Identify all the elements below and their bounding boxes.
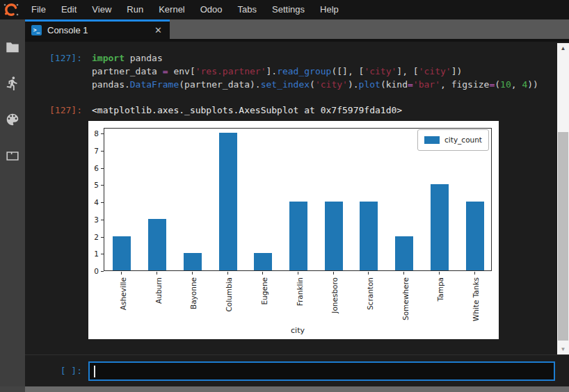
main-area: >_ Console 1 ✕ [127]: import pandaspartn… xyxy=(25,19,569,386)
x-tick-label-text: Tampa xyxy=(434,277,447,301)
menu-item-view[interactable]: View xyxy=(84,0,119,19)
y-tick-mark xyxy=(101,133,104,134)
console-input-area: [ ]: xyxy=(25,354,569,386)
scroll-up-arrow-icon[interactable]: ▲ xyxy=(557,43,569,54)
code-token-kw: import xyxy=(92,53,125,63)
x-tick-mark xyxy=(262,272,263,275)
code-line: partner_data = env['res.partner'].read_g… xyxy=(92,65,557,78)
y-tick-label: 0 xyxy=(88,266,99,276)
status-bar-right xyxy=(25,386,569,392)
x-tick-label: Franklin xyxy=(294,277,322,291)
scroll-down-arrow-icon[interactable]: ▼ xyxy=(557,344,569,354)
code-token-str: 'res.partner' xyxy=(195,66,266,76)
scrollbar-thumb[interactable] xyxy=(558,132,568,341)
y-tick-mark xyxy=(101,220,104,220)
code-token-num: 10 xyxy=(500,79,511,90)
y-tick-label: 7 xyxy=(88,146,99,156)
y-tick-mark xyxy=(101,254,104,254)
menu-item-kernel[interactable]: Kernel xyxy=(151,0,193,19)
menu-item-file[interactable]: File xyxy=(24,0,54,19)
bar-franklin xyxy=(289,202,307,270)
y-tick-label: 1 xyxy=(88,249,99,259)
console-content: [127]: import pandaspartner_data = env['… xyxy=(25,42,557,354)
menu-bar: FileEditViewRunKernelOdooTabsSettingsHel… xyxy=(0,0,569,19)
bar-scranton xyxy=(360,202,378,270)
y-tick-label: 4 xyxy=(88,197,99,207)
x-tick-label: Scranton xyxy=(364,277,396,291)
y-tick-label: 3 xyxy=(88,215,99,224)
figure-prompt-spacer xyxy=(25,121,88,339)
vertical-scrollbar[interactable]: ▲ ▼ xyxy=(557,43,569,354)
code-token-plain: partner_data xyxy=(92,66,163,76)
tab-close-icon[interactable]: ✕ xyxy=(153,25,163,35)
bar-white-tanks xyxy=(466,202,484,270)
menu-items: FileEditViewRunKernelOdooTabsSettingsHel… xyxy=(24,0,346,19)
text-caret xyxy=(94,366,95,377)
y-tick-mark xyxy=(101,237,104,238)
bar-somewhere xyxy=(395,236,413,270)
menu-item-edit[interactable]: Edit xyxy=(54,0,84,19)
x-tick-label-text: Jonesboro xyxy=(328,277,342,313)
bar-eugene xyxy=(254,253,272,270)
status-bar xyxy=(0,386,569,392)
x-tick-label: Auburn xyxy=(152,277,179,291)
code-token-str: 'city' xyxy=(419,66,451,76)
x-tick-label: Asheville xyxy=(117,277,150,291)
x-tick-label-text: Auburn xyxy=(152,277,166,304)
command-palette-icon[interactable] xyxy=(0,101,25,138)
x-tick-label: Tampa xyxy=(434,277,458,291)
code-token-plain: (partner_data). xyxy=(179,79,260,90)
console-input[interactable] xyxy=(88,361,555,381)
x-tick-mark xyxy=(227,272,228,275)
odoo-logo-icon xyxy=(3,1,19,18)
x-axis-label: city xyxy=(104,324,492,337)
console-icon: >_ xyxy=(31,25,42,35)
x-tick-label-text: Asheville xyxy=(117,277,130,310)
matplotlib-figure: 012345678AshevilleAuburnBayonneColumbiaE… xyxy=(88,121,499,339)
x-tick-label-text: Columbia xyxy=(223,277,236,312)
x-tick-mark xyxy=(474,272,475,275)
x-tick-label-text: Franklin xyxy=(294,277,307,306)
menu-item-help[interactable]: Help xyxy=(312,0,346,19)
code-token-plain: pandas xyxy=(125,53,163,63)
code-token-plain: , figsize xyxy=(440,79,489,90)
legend-label: city_count xyxy=(444,133,482,147)
running-sessions-icon[interactable] xyxy=(0,65,25,101)
open-tabs-icon[interactable] xyxy=(0,138,25,174)
code-editor[interactable]: import pandaspartner_data = env['res.par… xyxy=(88,51,557,91)
code-line: pandas.DataFrame(partner_data).set_index… xyxy=(92,78,557,91)
menu-item-settings[interactable]: Settings xyxy=(264,0,312,19)
code-line: import pandas xyxy=(92,51,557,65)
menu-item-tabs[interactable]: Tabs xyxy=(230,0,264,19)
code-cell[interactable]: [127]: import pandaspartner_data = env['… xyxy=(25,51,557,91)
figure-output-row: 012345678AshevilleAuburnBayonneColumbiaE… xyxy=(25,121,557,339)
menu-item-run[interactable]: Run xyxy=(119,0,151,19)
legend-swatch xyxy=(424,136,440,144)
tab-label: Console 1 xyxy=(47,25,153,35)
menu-item-odoo[interactable]: Odoo xyxy=(193,0,230,19)
x-tick-mark xyxy=(121,272,122,275)
console-panel: [127]: import pandaspartner_data = env['… xyxy=(25,42,569,354)
code-token-str: 'city' xyxy=(315,79,348,90)
x-tick-label: Jonesboro xyxy=(328,277,364,291)
x-tick-mark xyxy=(157,272,157,275)
code-token-str: 'city' xyxy=(364,66,396,76)
bar-columbia xyxy=(219,133,237,270)
output-text: <matplotlib.axes._subplots.AxesSubplot a… xyxy=(88,104,557,117)
file-browser-icon[interactable] xyxy=(0,29,25,65)
code-token-fn: read_group xyxy=(277,66,331,76)
code-token-plain: (kind xyxy=(380,79,408,90)
tab-bar: >_ Console 1 ✕ xyxy=(25,19,569,39)
code-token-plain: ([], [ xyxy=(331,66,364,76)
y-tick-label: 2 xyxy=(88,232,99,242)
bar-jonesboro xyxy=(325,202,343,270)
y-tick-label: 5 xyxy=(88,180,99,190)
code-token-op: = xyxy=(408,79,413,90)
x-tick-mark xyxy=(368,272,369,275)
x-tick-label: Eugene xyxy=(258,277,286,291)
code-token-op: = xyxy=(163,66,168,76)
code-token-plain: ( xyxy=(495,79,500,90)
y-tick-mark xyxy=(101,202,104,203)
tab-console-1[interactable]: >_ Console 1 ✕ xyxy=(25,19,170,39)
code-token-plain: ]. xyxy=(266,66,277,76)
